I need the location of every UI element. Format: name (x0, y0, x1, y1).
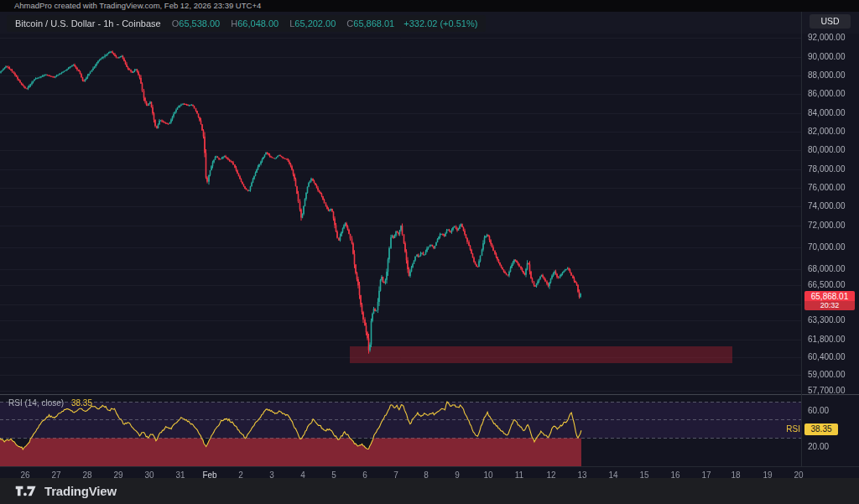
tradingview-window: AhmadPro created with TradingView.com, F… (0, 0, 859, 504)
price-axis-label: 84,000.00 (808, 108, 846, 118)
price-axis-label: 57,700.00 (808, 386, 846, 396)
symbol-title: Bitcoin / U.S. Dollar - 1h - Coinbase (15, 18, 161, 29)
change-value: +332.02 (+0.51%) (403, 18, 477, 29)
rsi-title: RSI (14, close) (8, 398, 64, 408)
price-axis-label: 63,300.00 (808, 315, 846, 325)
price-axis-label: 61,800.00 (808, 335, 846, 345)
price-axis-label: 76,000.00 (808, 183, 846, 193)
bar-countdown: 20:32 (804, 301, 855, 310)
price-axis-label: 92,000.00 (808, 33, 846, 43)
symbol-legend[interactable]: Bitcoin / U.S. Dollar - 1h - Coinbase O6… (7, 15, 486, 32)
rsi-value-badge: 38.35 (804, 423, 838, 435)
price-axis-label: 88,000.00 (808, 70, 846, 81)
tradingview-brand-text[interactable]: TradingView (44, 484, 117, 498)
price-axis-label: 59,000.00 (808, 370, 846, 380)
rsi-axis-label: RSI (780, 424, 800, 434)
price-axis-label: 90,000.00 (808, 52, 846, 62)
close-value: 65,868.01 (353, 18, 394, 29)
last-price-value: 65,868.01 (804, 291, 855, 301)
price-axis-label: 60,400.00 (808, 352, 846, 362)
price-axis-label: 82,000.00 (808, 127, 846, 137)
price-axis-label: 86,000.00 (808, 89, 846, 99)
rsi-axis-scale-label: 60.00 (808, 406, 829, 416)
rsi-current-value: 38.35 (71, 398, 92, 408)
price-axis-label: 74,000.00 (808, 201, 846, 211)
currency-toggle-button[interactable]: USD (810, 14, 851, 29)
price-axis-label: 80,000.00 (808, 145, 846, 155)
open-label: O (172, 18, 180, 29)
price-axis-label: 66,500.00 (808, 280, 846, 290)
low-value: 65,202.00 (294, 18, 336, 29)
price-axis-label: 78,000.00 (808, 164, 846, 174)
rsi-indicator-legend[interactable]: RSI (14, close) 38.35 (8, 398, 92, 408)
price-axis-label: 70,000.00 (808, 242, 846, 252)
price-axis-label: 72,000.00 (808, 221, 846, 231)
rsi-axis-scale-label: 20.00 (808, 442, 829, 452)
tradingview-logo-icon[interactable] (15, 485, 37, 497)
high-value: 66,048.00 (237, 18, 279, 29)
footer-bar: TradingView (0, 478, 859, 504)
last-price-badge: 65,868.01 20:32 (804, 291, 855, 310)
open-value: 65,538.00 (179, 18, 220, 29)
chart-canvas[interactable] (0, 0, 859, 504)
price-axis-label: 68,000.00 (808, 264, 846, 274)
